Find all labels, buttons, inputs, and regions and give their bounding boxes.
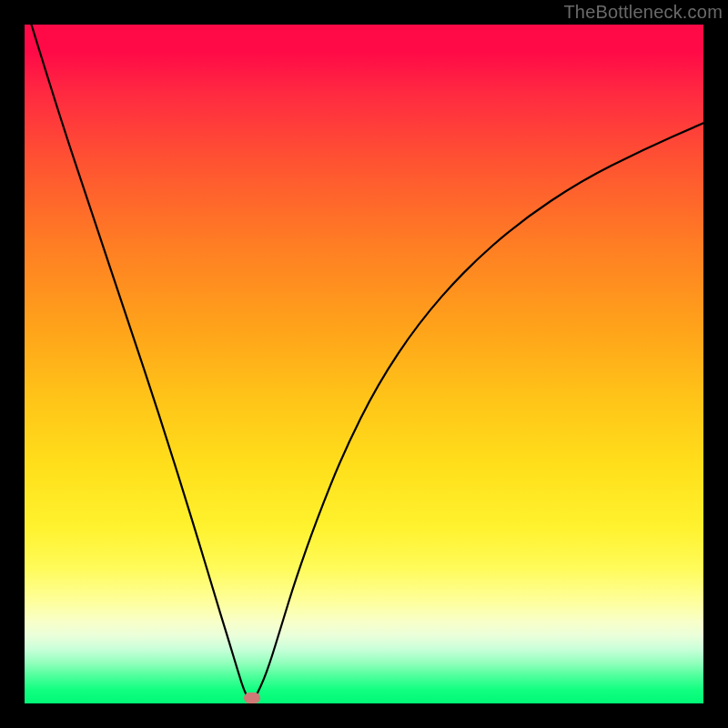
- optimum-marker: [244, 693, 260, 703]
- watermark-text: TheBottleneck.com: [563, 2, 723, 23]
- bottleneck-curve: [25, 25, 703, 703]
- plot-area: [25, 25, 703, 703]
- chart-frame: TheBottleneck.com: [0, 0, 728, 728]
- curve-path: [32, 25, 704, 703]
